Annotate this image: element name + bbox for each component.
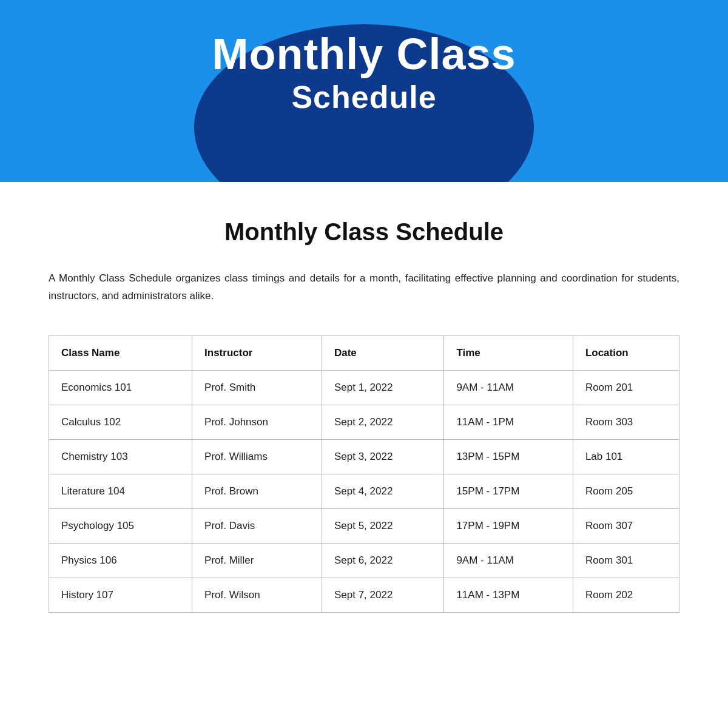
table-cell: Psychology 105	[49, 508, 192, 543]
page-title: Monthly Class Schedule	[49, 218, 679, 246]
table-row: Psychology 105Prof. DavisSept 5, 202217P…	[49, 508, 679, 543]
table-row: Physics 106Prof. MillerSept 6, 20229AM -…	[49, 543, 679, 578]
table-cell: History 107	[49, 578, 192, 612]
table-cell: Sept 3, 2022	[322, 439, 443, 474]
table-header-row: Class NameInstructorDateTimeLocation	[49, 335, 679, 370]
table-cell: Prof. Johnson	[192, 405, 322, 439]
table-cell: 13PM - 15PM	[444, 439, 573, 474]
table-cell: Prof. Williams	[192, 439, 322, 474]
main-content: Monthly Class Schedule A Monthly Class S…	[0, 182, 728, 649]
table-row: Calculus 102Prof. JohnsonSept 2, 202211A…	[49, 405, 679, 439]
table-cell: 15PM - 17PM	[444, 474, 573, 508]
table-col-header: Class Name	[49, 335, 192, 370]
table-cell: Room 301	[573, 543, 679, 578]
table-row: History 107Prof. WilsonSept 7, 202211AM …	[49, 578, 679, 612]
table-cell: 11AM - 1PM	[444, 405, 573, 439]
page-header: Monthly Class Schedule	[0, 0, 728, 182]
table-cell: 9AM - 11AM	[444, 543, 573, 578]
table-cell: Chemistry 103	[49, 439, 192, 474]
table-cell: Prof. Wilson	[192, 578, 322, 612]
table-col-header: Location	[573, 335, 679, 370]
table-cell: Room 201	[573, 370, 679, 405]
page-description: A Monthly Class Schedule organizes class…	[49, 270, 679, 305]
table-col-header: Date	[322, 335, 443, 370]
table-cell: Prof. Smith	[192, 370, 322, 405]
table-cell: Room 202	[573, 578, 679, 612]
table-cell: Sept 6, 2022	[322, 543, 443, 578]
table-cell: Lab 101	[573, 439, 679, 474]
table-cell: Economics 101	[49, 370, 192, 405]
table-cell: Room 205	[573, 474, 679, 508]
table-cell: Sept 4, 2022	[322, 474, 443, 508]
table-cell: Prof. Davis	[192, 508, 322, 543]
table-cell: Sept 2, 2022	[322, 405, 443, 439]
table-cell: 17PM - 19PM	[444, 508, 573, 543]
table-cell: Prof. Brown	[192, 474, 322, 508]
header-title-line2: Schedule	[212, 79, 516, 115]
table-cell: Sept 7, 2022	[322, 578, 443, 612]
table-col-header: Instructor	[192, 335, 322, 370]
table-row: Chemistry 103Prof. WilliamsSept 3, 20221…	[49, 439, 679, 474]
header-title-container: Monthly Class Schedule	[212, 30, 516, 115]
table-cell: Prof. Miller	[192, 543, 322, 578]
table-cell: Calculus 102	[49, 405, 192, 439]
table-cell: Literature 104	[49, 474, 192, 508]
table-cell: Sept 5, 2022	[322, 508, 443, 543]
table-cell: 9AM - 11AM	[444, 370, 573, 405]
table-cell: Sept 1, 2022	[322, 370, 443, 405]
table-row: Economics 101Prof. SmithSept 1, 20229AM …	[49, 370, 679, 405]
schedule-table: Class NameInstructorDateTimeLocation Eco…	[49, 335, 679, 613]
table-cell: Room 303	[573, 405, 679, 439]
header-title-line1: Monthly Class	[212, 30, 516, 78]
table-cell: 11AM - 13PM	[444, 578, 573, 612]
table-col-header: Time	[444, 335, 573, 370]
table-body: Economics 101Prof. SmithSept 1, 20229AM …	[49, 370, 679, 612]
table-cell: Room 307	[573, 508, 679, 543]
table-header: Class NameInstructorDateTimeLocation	[49, 335, 679, 370]
table-row: Literature 104Prof. BrownSept 4, 202215P…	[49, 474, 679, 508]
table-cell: Physics 106	[49, 543, 192, 578]
